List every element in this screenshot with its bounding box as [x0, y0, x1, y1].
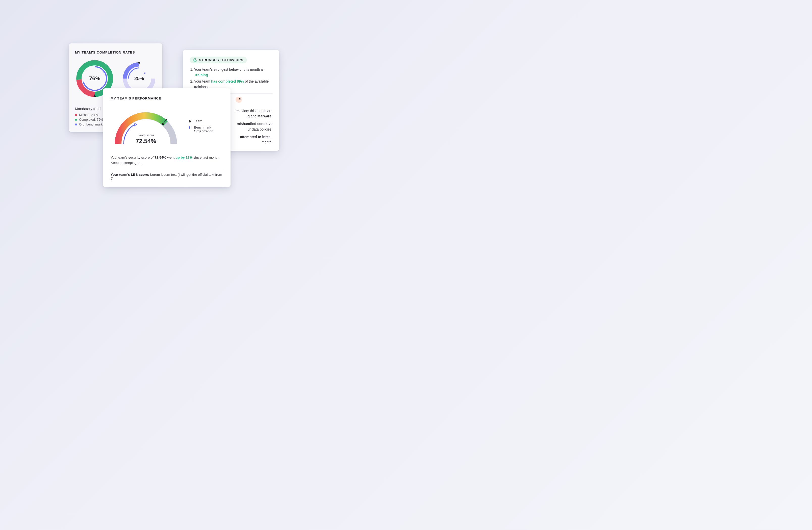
- divider: [111, 169, 223, 169]
- lbs-row: Your team's LBS score: Lorem ipsum text …: [111, 173, 223, 180]
- badge-label: STRONGEST BEHAVIORS: [199, 58, 243, 62]
- strongest-behaviors-list: Your team's strongest behavior this mont…: [190, 67, 273, 90]
- completion-rates-title: MY TEAM'S COMPLETION RATES: [75, 51, 156, 54]
- performance-card: MY TEAM'S PERFORMANCE: [103, 88, 231, 187]
- triangle-icon: [189, 120, 191, 123]
- behavior-item-1: Your team's strongest behavior this mont…: [194, 67, 273, 78]
- weakest-title-tail: S: [239, 97, 241, 101]
- legend-team: Team: [189, 119, 223, 123]
- highlight: Training: [194, 73, 208, 77]
- lbs-label: Your team's LBS score:: [111, 173, 149, 176]
- gauge-label: Team score: [111, 133, 181, 137]
- legend-text: Missed: 24%: [79, 113, 98, 117]
- legend-text: Org. benchmark:: [79, 123, 103, 126]
- legend-benchmark-label: Benchmark Organization: [194, 126, 223, 133]
- check-circle-icon: [193, 58, 197, 62]
- strongest-behaviors-badge: STRONGEST BEHAVIORS: [190, 57, 247, 63]
- performance-title: MY TEAM'S PERFORMANCE: [111, 97, 223, 100]
- performance-summary: You team's security score of 72.54% went…: [111, 155, 223, 166]
- legend-team-label: Team: [194, 119, 202, 123]
- dot-icon: [75, 124, 77, 126]
- highlight: has completed 89%: [211, 79, 244, 83]
- legend-text: Completed: 76%: [79, 118, 103, 121]
- legend-benchmark: Benchmark Organization: [189, 126, 223, 133]
- gauge-chart: Team score 72.54%: [111, 106, 181, 146]
- performance-legend: Team Benchmark Organization: [189, 119, 223, 133]
- triangle-outline-icon: [189, 126, 191, 129]
- dot-icon: [75, 119, 77, 121]
- gauge-value: 72.54%: [111, 138, 181, 145]
- dot-icon: [75, 114, 77, 116]
